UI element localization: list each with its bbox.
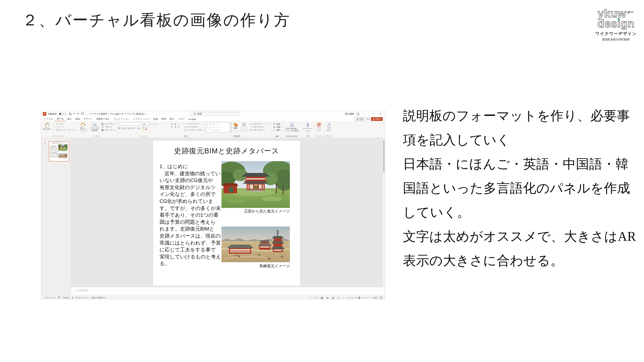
- slide[interactable]: 史跡復元BIMと史跡メタバース 1、はじめに 近年、建造物の残ってい いない史跡…: [49, 142, 69, 161]
- font-name-select[interactable]: [119, 122, 142, 126]
- designer-button[interactable]: デザ イナー: [325, 122, 333, 132]
- fit-slide-to-window-icon[interactable]: [380, 297, 382, 299]
- text-direction-button[interactable]: ⇅文字列の方向▾: [184, 123, 203, 125]
- dictation-button[interactable]: ディクテー ション ▾: [302, 122, 313, 135]
- reuse-slides-button[interactable]: スライドの 再利用: [89, 122, 100, 132]
- accessibility-status[interactable]: アクセシビリティ: 検討が必要です: [71, 296, 106, 299]
- zoom-slider-thumb[interactable]: [359, 297, 360, 299]
- shape-effects-button[interactable]: ◉図形の効果▾: [250, 129, 270, 131]
- tab-view[interactable]: 表示: [168, 117, 176, 121]
- change-case-button[interactable]: Aa: [137, 127, 140, 129]
- smartart-button[interactable]: ▦SmartArt に変換▾: [184, 129, 203, 131]
- tab-slideshow[interactable]: スライド ショー: [131, 117, 152, 121]
- redo-icon[interactable]: ↻: [77, 112, 80, 116]
- document-title[interactable]: バーチャル看板サンプル.pptx • X: ドライブに保存済み: [89, 112, 145, 116]
- tab-design[interactable]: デザイン: [82, 117, 94, 121]
- replace-button[interactable]: ⇄置換▾: [273, 126, 282, 128]
- tab-record[interactable]: 記録: [152, 117, 160, 121]
- tab-home[interactable]: ホーム: [55, 117, 65, 121]
- dialog-launcher-icon[interactable]: ⌟: [66, 135, 66, 137]
- caption-aerial-view[interactable]: 鳥瞰復元イメージ: [221, 264, 290, 268]
- canvas-scrollbar[interactable]: [382, 138, 385, 287]
- dialog-launcher-icon[interactable]: ⌟: [189, 135, 190, 137]
- caption-front-view[interactable]: 正面から見た復元イメージ: [221, 209, 290, 214]
- create-pdf-button[interactable]: PDF を作成し てリンクを共有: [284, 122, 299, 132]
- shape-fill-button[interactable]: ◆図形の塗りつぶし▾: [250, 123, 270, 125]
- minimize-button[interactable]: ─: [362, 113, 368, 115]
- save-icon[interactable]: [69, 112, 72, 116]
- highlight-color-button[interactable]: ✎: [143, 126, 145, 130]
- tab-review[interactable]: 校閲: [160, 117, 168, 121]
- zoom-out-button[interactable]: −: [342, 297, 344, 299]
- restoration-aerial-photo[interactable]: [58, 153, 68, 158]
- tab-file[interactable]: ファイル: [42, 117, 55, 121]
- user-name[interactable]: 畠山優樹: [345, 112, 354, 116]
- notes-pane[interactable]: ノートを入力: [71, 287, 385, 295]
- section-button[interactable]: ▦セクション▾: [101, 129, 116, 131]
- layout-button[interactable]: ▤レイアウト▾: [101, 123, 116, 125]
- reading-view-button[interactable]: ▥: [331, 297, 335, 299]
- slide-body-text[interactable]: 1、はじめに 近年、建造物の残ってい いない史跡のCG復元や 有形文化財のデジタ…: [50, 145, 59, 159]
- comment-icon[interactable]: [367, 118, 369, 121]
- zoom-slider[interactable]: [346, 298, 368, 298]
- notes-toggle-button[interactable]: ≡ノート: [310, 296, 318, 299]
- format-painter-button[interactable]: ✎書式のコピー/貼り付け: [53, 129, 76, 131]
- clear-formatting-icon[interactable]: A·: [156, 123, 159, 125]
- underline-button[interactable]: U: [123, 127, 125, 129]
- maximize-button[interactable]: □: [370, 113, 375, 115]
- columns-icon[interactable]: ≣: [178, 126, 180, 128]
- scrollbar-thumb[interactable]: [383, 140, 385, 173]
- line-spacing-icon[interactable]: ⇅: [174, 126, 176, 128]
- find-button[interactable]: 検索: [273, 123, 282, 125]
- addins-button[interactable]: アド イン: [316, 122, 322, 132]
- zoom-in-button[interactable]: +: [370, 297, 371, 299]
- slide-thumbnail[interactable]: 史跡復元BIMと史跡メタバース 1、はじめに 近年、建造物の残ってい いない史跡…: [49, 141, 69, 161]
- character-spacing-button[interactable]: AV: [131, 127, 134, 129]
- align-left-icon[interactable]: ☰: [171, 126, 173, 128]
- tab-help[interactable]: ヘルプ: [176, 117, 186, 121]
- normal-view-button[interactable]: ▤: [320, 297, 324, 299]
- title-dropdown-icon[interactable]: ∨: [146, 113, 147, 115]
- shapes-gallery-scroll[interactable]: ▴ ▾ ≡: [230, 122, 232, 132]
- font-size-select[interactable]: 11: [142, 122, 149, 126]
- text-shadow-button[interactable]: ab: [128, 127, 130, 129]
- shrink-font-icon[interactable]: Aˇ: [153, 123, 155, 125]
- language-indicator[interactable]: 日本語: [63, 296, 69, 299]
- share-button[interactable]: 共有▾: [371, 117, 383, 121]
- caption-front-view[interactable]: 正面から見た復元イメージ: [58, 151, 68, 152]
- gallery-down-icon[interactable]: ▾: [230, 127, 231, 128]
- restoration-front-photo[interactable]: [58, 144, 68, 151]
- gallery-up-icon[interactable]: ▴: [230, 123, 231, 125]
- shape-outline-button[interactable]: ▢図形の枠線▾: [250, 126, 270, 128]
- grow-font-icon[interactable]: Aˆ: [150, 123, 152, 125]
- quick-styles-button[interactable]: クイック スタイル: [239, 122, 249, 132]
- indent-more-icon[interactable]: ⇥: [181, 123, 183, 125]
- tab-insert[interactable]: 挿入: [65, 117, 73, 121]
- cut-button[interactable]: ✂切り取り: [53, 123, 76, 125]
- slide-body-text[interactable]: 1、はじめに 近年、建造物の残ってい いない史跡のCG復元や 有形文化財のデジタ…: [160, 163, 226, 267]
- tab-animations[interactable]: アニメーション: [112, 117, 131, 121]
- search-input[interactable]: 検索: [191, 112, 239, 116]
- zoom-level[interactable]: 290%: [373, 297, 378, 299]
- numbering-icon[interactable]: ≣: [174, 123, 176, 125]
- autosave-toggle[interactable]: オフ: [58, 112, 67, 116]
- close-button[interactable]: ✕: [378, 113, 383, 115]
- undo-icon[interactable]: ↶: [73, 112, 75, 116]
- reset-button[interactable]: ↺リセット: [101, 126, 116, 128]
- slideshow-button[interactable]: ▢: [337, 297, 340, 299]
- user-avatar[interactable]: [356, 112, 360, 116]
- display-settings-icon[interactable]: [58, 296, 60, 299]
- indent-less-icon[interactable]: ⇤: [178, 123, 180, 125]
- slide-sorter-view-button[interactable]: ⊞: [326, 297, 329, 299]
- caption-aerial-view[interactable]: 鳥瞰復元イメージ: [58, 158, 68, 159]
- restoration-front-photo[interactable]: [221, 161, 290, 208]
- select-button[interactable]: ▷選択▾: [273, 129, 282, 131]
- dialog-launcher-icon[interactable]: ⌟: [147, 135, 148, 137]
- start-from-beginning-icon[interactable]: [81, 112, 84, 115]
- align-text-button[interactable]: ▤文字の配置▾: [184, 126, 203, 128]
- gallery-more-icon[interactable]: ≡: [230, 130, 231, 132]
- bold-button[interactable]: B: [119, 127, 120, 129]
- paste-button[interactable]: 貼り付け ▾: [43, 122, 52, 133]
- shapes-gallery[interactable]: ▭ ╲ ╱ □ ○ □ △ ◠ → ↓ ◡ ⌒ { } ☆: [206, 122, 230, 132]
- qat-customize-icon[interactable]: ▾: [86, 113, 86, 115]
